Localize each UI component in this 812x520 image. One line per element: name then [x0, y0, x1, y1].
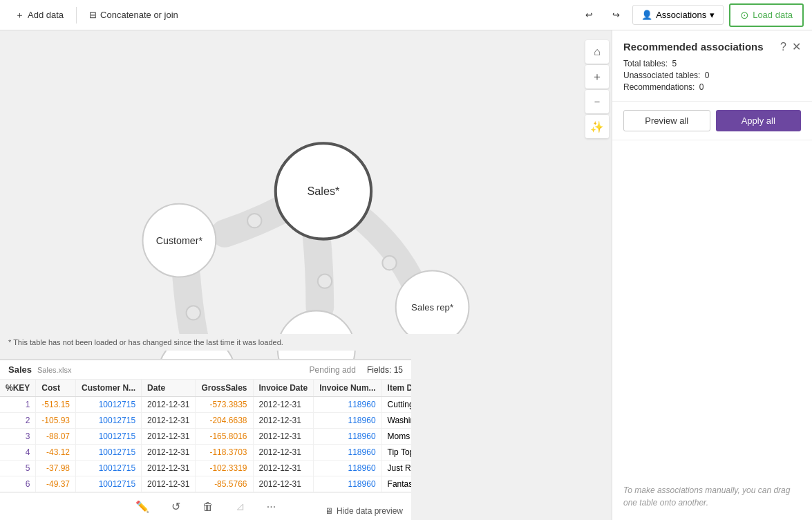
magic-button[interactable]: ✨ — [585, 115, 609, 138]
date-cell: 2012-12-31 — [142, 397, 196, 413]
hide-preview-label: Hide data preview — [337, 506, 403, 516]
gross-cell: -118.3703 — [196, 445, 253, 461]
date-cell: 2012-12-31 — [142, 445, 196, 461]
person-icon: 👤 — [641, 10, 652, 20]
col-customer: Customer N... — [76, 380, 142, 397]
svg-point-0 — [247, 214, 261, 228]
item-desc-cell: Just Right Beef Soup — [381, 461, 411, 476]
svg-text:Sales rep*: Sales rep* — [411, 302, 453, 313]
main-toolbar: ＋ Add data ⊟ Concatenate or join ↩ ↪ 👤 A… — [0, 0, 812, 30]
inv-num-cell: 118960 — [314, 413, 381, 429]
col-key: %KEY — [0, 380, 36, 397]
preview-footer: ✏️ ↺ 🗑 ⊿ ··· 🖥 Hide data preview — [0, 492, 411, 520]
preview-title: Sales — [8, 364, 32, 375]
sidebar-actions: Preview all Apply all — [612, 102, 812, 140]
cost-cell: -88.07 — [36, 429, 76, 445]
hide-preview-button[interactable]: 🖥 Hide data preview — [325, 506, 403, 516]
table-row: 1 -513.15 10012715 2012-12-31 -573.3835 … — [0, 397, 411, 413]
table-row: 2 -105.93 10012715 2012-12-31 -204.6638 … — [0, 413, 411, 429]
close-sidebar-button[interactable]: ✕ — [792, 40, 801, 53]
zoom-out-icon: － — [592, 95, 603, 109]
sales-node-label: Sales* — [307, 185, 340, 197]
undo-icon: ↩ — [585, 10, 593, 20]
monitor-icon: 🖥 — [325, 506, 333, 516]
unassociated-label: Unassociated tables: — [623, 71, 700, 80]
refresh-footer-button[interactable]: ↺ — [167, 497, 185, 516]
more-footer-button[interactable]: ··· — [263, 498, 280, 516]
canvas-tools: ⌂ ＋ － ✨ — [583, 37, 612, 141]
gross-cell: -85.5766 — [196, 476, 253, 492]
item-desc-cell: Washington Cranberry Juice — [381, 413, 411, 429]
home-tool-button[interactable]: ⌂ — [585, 40, 609, 64]
main-area: Sales* Customer* Cities* Item master* Sa… — [0, 30, 812, 520]
inv-date-cell: 2012-12-31 — [253, 476, 314, 492]
inv-num-cell: 118960 — [314, 429, 381, 445]
cost-cell: -43.12 — [36, 445, 76, 461]
sidebar-empty-area: To make associations manually, you can d… — [612, 140, 812, 520]
recommendations-label: Recommendations: — [623, 82, 695, 92]
col-cost: Cost — [36, 380, 76, 397]
key-cell: 1 — [0, 397, 36, 413]
col-item-desc: Item Desc — [381, 380, 411, 397]
zoom-in-icon: ＋ — [592, 70, 603, 84]
table-head: %KEY Cost Customer N... Date GrossSales … — [0, 380, 411, 397]
gross-cell: -165.8016 — [196, 429, 253, 445]
inv-date-cell: 2012-12-31 — [253, 413, 314, 429]
home-icon: ⌂ — [594, 46, 601, 58]
key-cell: 5 — [0, 461, 36, 476]
pending-label: Pending add — [310, 365, 356, 375]
help-button[interactable]: ? — [780, 41, 786, 53]
table-row: 4 -43.12 10012715 2012-12-31 -118.3703 2… — [0, 445, 411, 461]
date-cell: 2012-12-31 — [142, 429, 196, 445]
customer-cell: 10012715 — [76, 429, 142, 445]
gross-cell: -573.3835 — [196, 397, 253, 413]
customer-cell: 10012715 — [76, 445, 142, 461]
unassociated-value: 0 — [705, 71, 710, 80]
concatenate-button[interactable]: ⊟ Concatenate or join — [82, 6, 185, 24]
inv-num-cell: 118960 — [314, 397, 381, 413]
item-desc-cell: Tip Top Lox — [381, 445, 411, 461]
data-preview-panel: Sales Sales.xlsx Pending add Fields: 15 … — [0, 359, 411, 520]
footnote-text: * This table has not been loaded or has … — [8, 338, 283, 346]
chevron-down-icon: ▾ — [710, 10, 715, 20]
preview-all-button[interactable]: Preview all — [623, 110, 710, 131]
zoom-in-button[interactable]: ＋ — [585, 65, 609, 89]
concat-icon: ⊟ — [89, 10, 97, 20]
inv-num-cell: 118960 — [314, 461, 381, 476]
associations-button[interactable]: 👤 Associations ▾ — [632, 5, 724, 25]
col-inv-num: Invoice Num... — [314, 380, 381, 397]
load-data-button[interactable]: ⊙ Load data — [729, 3, 804, 27]
redo-icon: ↪ — [612, 10, 620, 20]
col-inv-date: Invoice Date — [253, 380, 314, 397]
date-cell: 2012-12-31 — [142, 413, 196, 429]
key-cell: 2 — [0, 413, 36, 429]
item-desc-cell: Fantastic Pumpernickel Bread — [381, 476, 411, 492]
data-preview-header: Sales Sales.xlsx Pending add Fields: 15 — [0, 360, 411, 380]
edit-footer-button[interactable]: ✏️ — [131, 497, 153, 516]
svg-point-3 — [187, 306, 200, 319]
item-desc-cell: Cutting Edge Sliced Ham — [381, 397, 411, 413]
zoom-out-button[interactable]: － — [585, 90, 609, 113]
plus-icon: ＋ — [15, 9, 24, 21]
inv-date-cell: 2012-12-31 — [253, 461, 314, 476]
customer-cell: 10012715 — [76, 413, 142, 429]
data-table: %KEY Cost Customer N... Date GrossSales … — [0, 380, 411, 492]
inv-date-cell: 2012-12-31 — [253, 397, 314, 413]
table-row: 6 -49.37 10012715 2012-12-31 -85.5766 20… — [0, 476, 411, 492]
svg-text:Customer*: Customer* — [156, 235, 203, 246]
redo-button[interactable]: ↪ — [605, 6, 627, 24]
inv-date-cell: 2012-12-31 — [253, 445, 314, 461]
recommendations-stat: Recommendations: 0 — [623, 82, 801, 92]
item-desc-cell: Moms Sliced Ham — [381, 429, 411, 445]
toolbar-right: ↩ ↪ 👤 Associations ▾ ⊙ Load data — [578, 3, 804, 27]
magic-icon: ✨ — [590, 120, 604, 133]
key-cell: 6 — [0, 476, 36, 492]
filter-footer-button[interactable]: ⊿ — [232, 497, 249, 516]
delete-footer-button[interactable]: 🗑 — [198, 498, 218, 516]
table-row: 3 -88.07 10012715 2012-12-31 -165.8016 2… — [0, 429, 411, 445]
data-preview-meta: Pending add Fields: 15 — [310, 365, 403, 375]
add-data-button[interactable]: ＋ Add data — [8, 5, 70, 26]
undo-button[interactable]: ↩ — [578, 6, 600, 24]
apply-all-button[interactable]: Apply all — [716, 110, 802, 131]
footnote: * This table has not been loaded or has … — [0, 334, 612, 351]
